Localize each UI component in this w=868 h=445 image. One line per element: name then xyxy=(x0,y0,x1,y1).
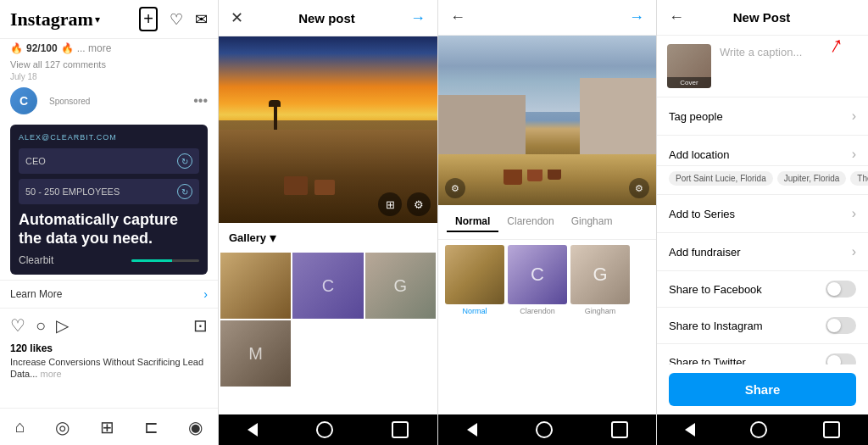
ad-headline: Automatically capture the data you need. xyxy=(19,211,199,248)
share-button[interactable]: Share xyxy=(669,373,856,406)
gallery-thumb-3[interactable]: G xyxy=(365,253,436,319)
share-twitter-label: Share to Twitter xyxy=(669,356,746,365)
photo-preview: ⊞ ⚙ xyxy=(219,36,437,223)
ad-refresh-icon[interactable]: ↻ xyxy=(177,153,192,169)
filter-gingham[interactable]: G Gingham xyxy=(570,245,630,315)
comment-icon[interactable]: ○ xyxy=(36,316,46,336)
ig-logo-caret[interactable]: ▾ xyxy=(95,14,100,25)
home-nav-icon[interactable]: ⌂ xyxy=(15,417,25,437)
like-icon[interactable]: ♡ xyxy=(10,315,25,336)
sponsor-avatar: C xyxy=(10,87,37,114)
add-fundraiser-item[interactable]: Add fundraiser › xyxy=(657,233,868,271)
share-instagram-item[interactable]: Share to Instagram xyxy=(657,308,868,344)
pots-scene xyxy=(504,170,561,185)
gallery-caret-icon: ▾ xyxy=(270,230,276,246)
share-facebook-toggle[interactable] xyxy=(826,281,856,298)
home-sys-icon-p4[interactable] xyxy=(750,421,767,438)
share-instagram-toggle[interactable] xyxy=(826,317,856,334)
camera-overlay-icon[interactable]: ⚙ xyxy=(445,178,465,198)
filter-clarendon[interactable]: C Clarendon xyxy=(508,245,567,315)
filter-grid: Normal C Clarendon G Gingham xyxy=(438,240,656,320)
ad-card: ALEX@CLEARBIT.COM CEO ↻ 50 - 250 EMPLOYE… xyxy=(10,125,208,275)
panel2-header: ✕ New post → xyxy=(219,0,437,36)
ad-logo-row: Clearbit xyxy=(19,254,199,266)
panel3-next-icon[interactable]: → xyxy=(629,8,644,26)
filter-tab-normal[interactable]: Normal xyxy=(447,212,498,232)
ig-logo-area: Instagram ▾ xyxy=(10,8,100,31)
gallery-thumb-1[interactable] xyxy=(220,253,291,319)
recents-sys-icon[interactable] xyxy=(392,421,409,438)
panel3-photo: ⚙ ⚙ xyxy=(438,36,656,205)
gallery-thumb-4[interactable]: M xyxy=(220,320,291,387)
profile-nav-icon[interactable]: ◉ xyxy=(188,417,203,437)
recents-sys-icon-p4[interactable] xyxy=(823,421,840,438)
sponsored-block: C Sponsored ••• xyxy=(0,82,218,120)
camera-overlay-right-icon[interactable]: ⚙ xyxy=(629,178,649,198)
camera-settings-icon[interactable]: ⚙ xyxy=(407,192,431,216)
add-nav-icon[interactable]: ⊞ xyxy=(100,417,114,437)
learn-more-bar[interactable]: Learn More › xyxy=(0,280,218,309)
caption-placeholder: Write a caption... xyxy=(720,44,802,58)
ad-url: ALEX@CLEARBIT.COM xyxy=(19,133,199,142)
back-sys-icon-p4[interactable] xyxy=(685,423,695,437)
share-instagram-label: Share to Instagram xyxy=(669,320,763,332)
recents-sys-icon-p3[interactable] xyxy=(611,421,628,438)
view-comments[interactable]: View all 127 comments xyxy=(0,58,218,71)
add-post-icon[interactable]: + xyxy=(139,7,158,31)
next-icon[interactable]: → xyxy=(410,9,426,27)
post-date: July 18 xyxy=(0,71,218,82)
filter-tabs: Normal Clarendon Gingham xyxy=(438,205,656,240)
tag-people-item[interactable]: Tag people › xyxy=(657,97,868,136)
close-icon[interactable]: ✕ xyxy=(231,8,243,27)
gallery-layout-icon[interactable]: ⊞ xyxy=(378,192,402,216)
filter-clarendon-thumb: C xyxy=(508,245,567,304)
caption-thumbnail: Cover xyxy=(667,44,711,88)
action-icons-left: ♡ ○ ▷ xyxy=(10,315,69,336)
tag-people-chevron: › xyxy=(852,108,856,124)
location-tag-1[interactable]: Port Saint Lucie, Florida xyxy=(669,171,773,186)
home-sys-icon-p3[interactable] xyxy=(536,421,553,438)
heart-icon[interactable]: ♡ xyxy=(170,10,183,29)
panel3-back-icon[interactable]: ← xyxy=(450,8,465,26)
panel4-back-icon[interactable]: ← xyxy=(669,8,684,26)
location-tag-2[interactable]: Jupiter, Florida xyxy=(777,171,847,186)
add-series-chevron: › xyxy=(852,206,856,221)
filter-g-letter: G xyxy=(593,264,607,286)
filter-c-letter: C xyxy=(531,264,544,286)
save-icon[interactable]: ⊡ xyxy=(193,315,208,336)
photo-overlay-icons: ⊞ ⚙ xyxy=(378,192,431,216)
settings-list: Tag people › Add location › Port Saint L… xyxy=(657,97,868,364)
filter-tab-clarendon[interactable]: Clarendon xyxy=(498,212,562,232)
more-options-icon[interactable]: ••• xyxy=(193,93,208,108)
shop-nav-icon[interactable]: ⊏ xyxy=(144,417,159,437)
sponsored-label: Sponsored xyxy=(49,97,90,106)
likes-count: 120 likes xyxy=(0,342,218,354)
pot-2 xyxy=(314,180,335,195)
home-sys-icon[interactable] xyxy=(316,421,333,438)
messages-icon[interactable]: ✉ xyxy=(195,10,208,29)
ad-progress-bar xyxy=(131,259,199,262)
ad-refresh-icon-2[interactable]: ↻ xyxy=(177,184,192,199)
panel4-header: ← New Post xyxy=(657,0,868,36)
learn-more-text: Learn More xyxy=(10,288,62,300)
search-nav-icon[interactable]: ◎ xyxy=(55,417,70,437)
back-sys-icon[interactable] xyxy=(248,423,258,437)
share-facebook-item[interactable]: Share to Facebook xyxy=(657,271,868,308)
share-twitter-toggle[interactable] xyxy=(826,353,856,364)
location-tag-3[interactable]: The Treasu... xyxy=(850,171,868,186)
gallery-selector[interactable]: Gallery ▾ xyxy=(219,223,437,253)
add-location-item[interactable]: Add location › xyxy=(657,136,868,166)
share-twitter-item[interactable]: Share to Twitter xyxy=(657,344,868,364)
pots-layer xyxy=(284,139,415,195)
filter-normal[interactable]: Normal xyxy=(445,245,504,315)
add-fundraiser-chevron: › xyxy=(852,244,856,259)
add-series-item[interactable]: Add to Series › xyxy=(657,195,868,233)
filter-tab-gingham[interactable]: Gingham xyxy=(563,212,621,232)
share-facebook-label: Share to Facebook xyxy=(669,283,762,296)
gallery-label: Gallery xyxy=(229,231,266,244)
gallery-thumb-2[interactable]: C xyxy=(292,253,363,319)
share-icon[interactable]: ▷ xyxy=(56,315,69,336)
ad-employees-label: 50 - 250 EMPLOYEES xyxy=(25,186,120,197)
back-sys-icon-p3[interactable] xyxy=(467,423,477,437)
filter-gingham-thumb: G xyxy=(570,245,630,304)
